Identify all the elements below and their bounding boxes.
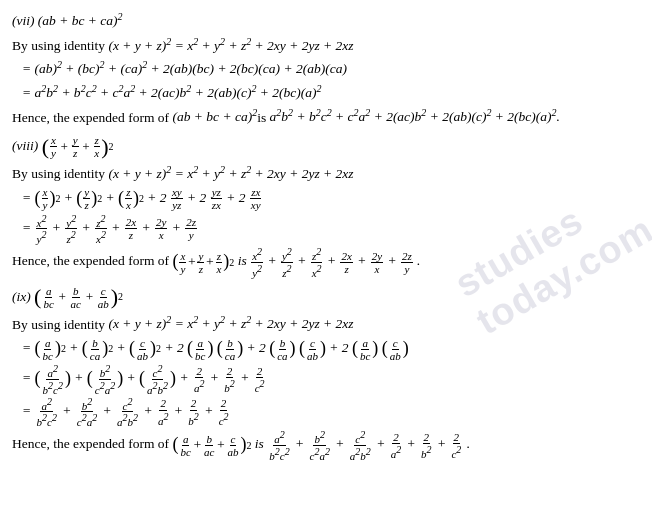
section-ix-line3: = ( a2b2c2 ) + ( b2c2a2 ) + ( c2a2b2 ) +… bbox=[12, 363, 640, 396]
section-ix-line4: = a2b2c2 + b2c2a2 + c2a2b2 + 2a2 + 2b2 +… bbox=[12, 396, 640, 429]
section-vii-hence: Hence, the expended form of (ab + bc + c… bbox=[12, 105, 640, 128]
section-viii-line3: = x2y2 + y2z2 + z2x2 + 2xz + 2yx + 2zy bbox=[12, 213, 640, 246]
section-ix-line2: = ( abc )2 + ( bca )2 + ( cab )2 + 2 ( bbox=[12, 335, 640, 363]
section-viii-title: (viii) ( x y + y z + z x ) 2 bbox=[12, 134, 640, 159]
section-viii: (viii) ( x y + y z + z x ) 2 bbox=[12, 134, 640, 279]
section-viii-line2: = ( xy )2 + ( yz )2 + ( zx )2 + 2 xyyz +… bbox=[12, 185, 640, 213]
section-vii: (vii) (ab + bc + ca)2 By using identity … bbox=[12, 8, 640, 128]
section-vii-line3: = a2b2 + b2c2 + c2a2 + 2(ac)b2 + 2(ab)(c… bbox=[12, 80, 640, 103]
section-ix-hence: Hence, the expended form of ( abc + bac … bbox=[12, 429, 640, 462]
section-vii-line2: = (ab)2 + (bc)2 + (ca)2 + 2(ab)(bc) + 2(… bbox=[12, 57, 640, 80]
section-vii-title: (vii) (ab + bc + ca)2 bbox=[12, 8, 640, 31]
section-ix-line1: By using identity (x + y + z)2 = x2 + y2… bbox=[12, 312, 640, 335]
page: studiestoday.com (vii) (ab + bc + ca)2 B… bbox=[0, 0, 652, 513]
section-ix: (ix) ( a bc + b ac + c ab ) 2 bbox=[12, 285, 640, 462]
section-viii-line1: By using identity (x + y + z)2 = x2 + y2… bbox=[12, 161, 640, 184]
section-ix-title: (ix) ( a bc + b ac + c ab ) 2 bbox=[12, 285, 640, 310]
section-vii-line1: By using identity (x + y + z)2 = x2 + y2… bbox=[12, 33, 640, 56]
section-viii-hence: Hence, the expended form of ( xy + yz + … bbox=[12, 246, 640, 279]
